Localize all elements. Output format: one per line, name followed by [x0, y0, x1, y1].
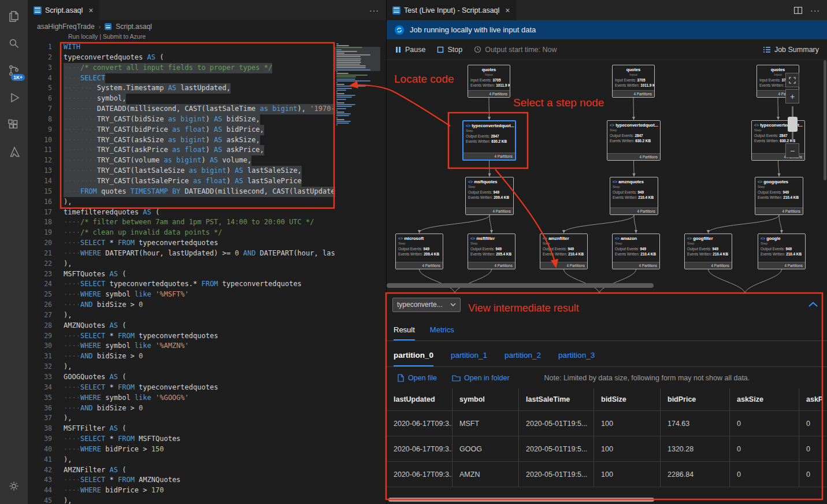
diagram-node-googquotes[interactable]: < >googquotesStepOutput Events: 949Event… [755, 177, 803, 215]
tab-close-icon[interactable]: × [88, 6, 93, 15]
open-in-folder-link[interactable]: Open in folder [452, 374, 510, 382]
column-header: bidSize [594, 388, 661, 410]
breadcrumb-file[interactable]: Script.asaql [116, 23, 152, 31]
table-cell: MSFT [453, 411, 519, 436]
open-file-link[interactable]: Open file [397, 374, 437, 382]
tab-label: Script.asaql [45, 6, 83, 14]
table-row[interactable]: 2020-06-17T09:3...GOOG2020-05-01T19:5...… [387, 436, 827, 462]
table-horizontal-scrollbar[interactable] [388, 498, 654, 502]
tab-partition-1[interactable]: partition_1 [451, 351, 487, 366]
code-line: 4····SELECT [28, 73, 386, 84]
file-icon [397, 374, 405, 382]
job-summary-button[interactable]: Job Summary [763, 46, 819, 54]
table-cell: 1320.28 [661, 436, 730, 461]
minimap-line [336, 79, 355, 80]
table-cell: 0 [730, 436, 799, 461]
node-stat: Events Written: 210.4 KB [610, 195, 658, 201]
azure-icon[interactable] [0, 138, 28, 165]
tab-metrics[interactable]: Metrics [430, 325, 454, 340]
table-cell: 2286.84 [661, 462, 730, 487]
line-number: 26 [28, 300, 64, 310]
line-number: 35 [28, 393, 64, 403]
line-number: 2 [28, 53, 64, 63]
search-icon[interactable] [0, 29, 28, 57]
codelens-run-submit[interactable]: Run locally | Submit to Azure [68, 33, 386, 42]
pause-button[interactable]: Pause [395, 46, 425, 54]
table-row[interactable]: 2020-06-17T09:3...AMZN2020-05-01T19:5...… [387, 462, 827, 487]
diagram-node-googfilter[interactable]: < >googfilterStepOutput Events: 949Event… [684, 234, 732, 269]
node-partitions-label: 4 Partitions [613, 90, 654, 97]
line-number: 37 [28, 413, 64, 424]
node-kind-label: Step [468, 241, 515, 247]
split-editor-icon[interactable] [793, 5, 803, 16]
diagram-node-msftfilter[interactable]: < >msftfilterStepOutput Events: 949Event… [468, 234, 516, 269]
diagram-node-amznquotes[interactable]: < >amznquotesStepOutput Events: 949Event… [610, 177, 658, 215]
node-stat: Events Written: 209.4 KB [396, 252, 443, 257]
code-line: 13········TRY_CAST(lastSaleSize as bigin… [28, 166, 386, 176]
breadcrumb[interactable]: asaHighFreqTrade › Script.asaql [28, 20, 386, 33]
tab-close-icon[interactable]: × [505, 6, 510, 15]
code-line: 9········TRY_CAST(bidPrice as float) AS … [28, 125, 386, 135]
extensions-icon[interactable] [0, 111, 28, 138]
table-cell: 2020-06-17T09:3... [387, 436, 453, 461]
diagram-node-amazon[interactable]: < >amazonStepOutput Events: 949Events Wr… [612, 234, 660, 269]
editor-actions-ellipsis[interactable]: ··· [369, 6, 379, 15]
diagram-node-typeconvertedquot[interactable]: < >typeconvertedquot...StepOutput Events… [607, 120, 661, 161]
zoom-out-button[interactable]: − [785, 143, 799, 158]
job-diagram[interactable]: quotesInputInput Events: 3705Events Writ… [387, 60, 827, 292]
code-line: 43····SELECT * FROM AMZNQuotes [28, 475, 386, 486]
diagram-node-quotes[interactable]: quotesInputInput Events: 3705Events Writ… [612, 65, 655, 98]
tab-partition-2[interactable]: partition_2 [505, 351, 541, 366]
step-select-dropdown[interactable]: typeconverte... [392, 298, 461, 312]
zoom-in-button[interactable]: + [785, 89, 799, 103]
node-kind-label: Step [607, 128, 660, 134]
tab-script-asaql[interactable]: Script.asaql × [28, 0, 99, 20]
column-header: askP [799, 388, 827, 410]
explorer-icon[interactable] [0, 2, 28, 29]
node-partitions-label: 4 Partitions [396, 262, 443, 269]
run-debug-icon[interactable] [0, 84, 28, 111]
results-header-row: typeconverte... [387, 292, 827, 317]
tab-result[interactable]: Result [394, 325, 415, 340]
fit-to-screen-button[interactable] [785, 73, 799, 87]
stop-button[interactable]: Stop [437, 46, 462, 54]
diagram-vertical-scrollbar[interactable] [824, 60, 826, 180]
source-control-icon[interactable]: 1K+ [0, 57, 28, 84]
tab-test-live-input[interactable]: Test (Live Input) - Script.asaql × [387, 0, 516, 20]
code-step-icon: < > [613, 179, 617, 184]
node-stat: Events Written: 210.4 KB [758, 252, 805, 257]
settings-gear-icon[interactable] [0, 472, 28, 499]
job-toolbar: Pause Stop Output start time: Now Job Su… [387, 39, 827, 60]
minimap-line [336, 53, 344, 54]
line-number: 29 [28, 331, 64, 342]
code-line: 26····AND bidSize > 0 [28, 300, 386, 310]
code-line: 27), [28, 310, 386, 321]
line-number: 38 [28, 424, 64, 434]
minimap[interactable] [336, 43, 378, 126]
list-icon [763, 46, 771, 53]
panel-actions-ellipsis[interactable]: ··· [810, 6, 820, 15]
diagram-node-amznfilter[interactable]: < >amznfilterStepOutput Events: 949Event… [540, 234, 588, 269]
tab-partition-3[interactable]: partition_3 [558, 351, 595, 366]
diagram-horizontal-scrollbar[interactable] [387, 283, 654, 288]
zoom-slider-thumb[interactable] [788, 117, 798, 132]
code-editor[interactable]: 1WITH2typeconvertedquotes AS (3····/* co… [28, 42, 386, 504]
table-row[interactable]: 2020-06-17T09:3...MSFT2020-05-01T19:5...… [387, 411, 827, 436]
minimap-line [336, 84, 344, 85]
diagram-node-msftquotes[interactable]: < >msftquotesStepOutput Events: 949Event… [465, 177, 514, 215]
diagram-node-typeconvertedquot[interactable]: < >typeconvertedquot...StepOutput Events… [462, 120, 516, 161]
node-title: googquotes [763, 179, 788, 184]
zoom-slider[interactable] [792, 106, 793, 142]
minimap-line [336, 119, 344, 120]
collapse-panel-button[interactable] [809, 301, 818, 309]
line-number: 20 [28, 238, 64, 249]
asaql-file-icon [105, 23, 112, 30]
minimap-line [336, 106, 352, 107]
tab-partition-0[interactable]: partition_0 [394, 351, 433, 366]
breadcrumb-folder[interactable]: asaHighFreqTrade [37, 23, 95, 31]
diagram-node-quotes[interactable]: quotesInputInput Events: 3705Events Writ… [468, 65, 510, 98]
diagram-node-microsoft[interactable]: < >microsoftStepOutput Events: 949Events… [395, 234, 443, 269]
diagram-node-google[interactable]: < >googleStepOutput Events: 949Events Wr… [758, 234, 806, 269]
line-number: 43 [28, 475, 64, 486]
code-step-icon: < > [470, 236, 474, 241]
